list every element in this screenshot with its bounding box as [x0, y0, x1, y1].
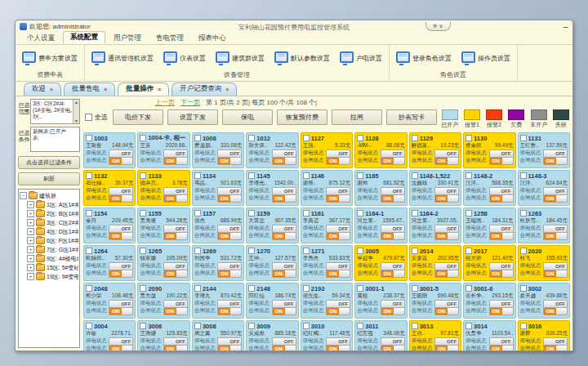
select-all-checkbox[interactable]: [85, 114, 92, 121]
meter-card[interactable]: 1164-1河立量..1595.47..保电状态OFF合闸状态ON: [354, 208, 407, 243]
action-button-保电[interactable]: 保电: [222, 109, 273, 125]
card-checkbox[interactable]: [86, 248, 92, 254]
meter-card[interactable]: 3016谢辉339.25元保电状态OFF合闸状态ON: [518, 320, 570, 350]
close-icon[interactable]: ×: [225, 87, 229, 92]
next-page-link[interactable]: 下一页: [180, 98, 200, 107]
switch-toggle[interactable]: ON: [326, 157, 350, 165]
meter-card[interactable]: 1265钱家娜195.09元保电状态OFF合闸状态ON: [137, 245, 189, 281]
card-checkbox[interactable]: [303, 172, 310, 179]
meter-card[interactable]: 1148-1,522沈巍钱330.41元保电状态OFF合闸状态ON: [409, 170, 461, 206]
refresh-button[interactable]: 刷新: [18, 172, 80, 185]
ribbon-button[interactable]: 建筑群设置: [216, 51, 265, 65]
scroll-down-icon[interactable]: ▼: [74, 118, 78, 123]
card-checkbox[interactable]: [357, 210, 363, 216]
switch-toggle[interactable]: ON: [489, 232, 514, 240]
meter-card[interactable]: 3001-1黄植238.37元保电状态OFF合闸状态ON: [354, 283, 407, 319]
expand-icon[interactable]: +: [27, 201, 34, 208]
meter-card[interactable]: 3001-5王晓阳690.48元保电状态OFF合闸状态ON: [409, 283, 461, 319]
expand-icon[interactable]: +: [27, 237, 34, 244]
meter-card[interactable]: 2148田红仙186.74元保电状态OFF合闸状态ON: [246, 283, 298, 319]
card-checkbox[interactable]: [520, 248, 527, 254]
card-checkbox[interactable]: [86, 323, 92, 329]
switch-toggle[interactable]: ON: [434, 194, 459, 203]
switch-toggle[interactable]: ON: [434, 307, 459, 315]
card-checkbox[interactable]: [466, 135, 472, 141]
selected-condition-listbox[interactable]: 新网表:已开户表.: [30, 127, 80, 152]
switch-toggle[interactable]: ON: [163, 194, 188, 203]
meter-card[interactable]: 3001-6谷长争..293.15元保电状态OFF合闸状态ON: [463, 283, 515, 319]
card-checkbox[interactable]: [303, 323, 310, 329]
ribbon-button[interactable]: 仪表设置: [163, 51, 206, 65]
meter-card[interactable]: 1263桂肤雪..184.45元保电状态OFF合闸状态ON: [518, 208, 570, 243]
card-checkbox[interactable]: [520, 135, 527, 141]
card-checkbox[interactable]: [466, 248, 472, 254]
meter-card[interactable]: 1132石仕娟..36.37元保电状态OFF合闸状态ON: [83, 170, 136, 206]
switch-toggle[interactable]: ON: [217, 270, 242, 278]
collapse-ribbon-button[interactable]: ※ ∨: [425, 22, 451, 31]
tree-item[interactable]: +19区: 9#变电站 (: [20, 272, 78, 281]
switch-toggle[interactable]: ON: [272, 307, 296, 315]
ribbon-tab-售电管理[interactable]: 售电管理: [149, 33, 190, 44]
scrollbar[interactable]: ▲▼: [73, 100, 79, 123]
card-checkbox[interactable]: [86, 285, 92, 292]
action-button-恢复预付费[interactable]: 恢复预付费: [277, 109, 327, 125]
action-button-设置下发[interactable]: 设置下发: [167, 109, 218, 125]
tree-item[interactable]: +3区: C区2#井 (1: [20, 218, 78, 227]
card-checkbox[interactable]: [194, 172, 201, 179]
card-checkbox[interactable]: [194, 323, 201, 329]
switch-toggle[interactable]: ON: [272, 232, 296, 240]
switch-toggle[interactable]: ON: [326, 232, 350, 240]
meter-card[interactable]: 1264欧娟韩..57.30元保电状态OFF合闸状态ON: [83, 245, 136, 281]
switch-toggle[interactable]: ON: [217, 194, 242, 203]
expand-icon[interactable]: +: [27, 273, 34, 280]
switch-toggle[interactable]: ON: [434, 157, 459, 165]
switch-toggle[interactable]: ON: [434, 232, 459, 240]
meter-card[interactable]: 2020桂飞155.93元保电状态OFF合闸状态ON: [518, 245, 570, 281]
switch-toggle[interactable]: ON: [489, 194, 514, 203]
card-checkbox[interactable]: [303, 285, 310, 292]
switch-toggle[interactable]: ON: [109, 232, 133, 240]
card-checkbox[interactable]: [520, 323, 527, 329]
switch-toggle[interactable]: ON: [163, 270, 188, 278]
switch-toggle[interactable]: ON: [489, 157, 514, 165]
ribbon-button[interactable]: 通讯管理机设置: [91, 51, 154, 65]
switch-toggle[interactable]: ON: [272, 157, 296, 165]
meter-card[interactable]: 1145李瑾光..1542.00..保电状态OFF合闸状态ON: [246, 170, 298, 206]
meter-card[interactable]: 3008周之翼550.97元保电状态OFF合闸状态ON: [192, 320, 244, 350]
card-checkbox[interactable]: [140, 172, 146, 179]
tree-root[interactable]: −建筑群: [20, 191, 78, 200]
meter-card[interactable]: 1146谢维..875.12元保电状态OFF合闸状态ON: [301, 170, 353, 206]
switch-toggle[interactable]: ON: [272, 345, 296, 351]
card-checkbox[interactable]: [194, 135, 201, 141]
switch-toggle[interactable]: ON: [434, 345, 459, 351]
card-checkbox[interactable]: [520, 210, 527, 216]
switch-toggle[interactable]: ON: [163, 345, 188, 351]
meter-card[interactable]: 1270王坤..127.57元保电状态OFF合闸状态ON: [246, 245, 298, 281]
card-checkbox[interactable]: [194, 210, 201, 216]
tree-item[interactable]: +7区: G区1#井: [20, 245, 78, 254]
card-checkbox[interactable]: [248, 135, 255, 141]
collapse-expander-icon[interactable]: −: [20, 192, 27, 199]
switch-toggle[interactable]: ON: [217, 345, 242, 351]
ribbon-button[interactable]: 户电设置: [340, 51, 382, 65]
meter-card[interactable]: 2193张先生..59.34元保电状态OFF合闸状态ON: [301, 283, 353, 319]
minimize-button[interactable]: ─: [564, 24, 568, 30]
switch-toggle[interactable]: ON: [272, 270, 296, 278]
meter-card[interactable]: 2017祖大侨121.40元保电状态OFF合闸状态ON: [463, 245, 515, 281]
tree-item[interactable]: +4区: D区1#井 (D: [20, 227, 78, 236]
card-checkbox[interactable]: [466, 210, 472, 216]
switch-toggle[interactable]: ON: [109, 194, 133, 203]
switch-toggle[interactable]: ON: [543, 232, 568, 240]
switch-toggle[interactable]: ON: [381, 232, 405, 240]
card-checkbox[interactable]: [248, 172, 255, 179]
card-checkbox[interactable]: [466, 323, 472, 329]
tree-item[interactable]: +2区: B区1#井(B区: [20, 209, 78, 218]
switch-toggle[interactable]: ON: [217, 307, 242, 315]
switch-toggle[interactable]: ON: [489, 270, 514, 278]
card-checkbox[interactable]: [357, 172, 363, 179]
card-checkbox[interactable]: [303, 135, 310, 141]
ribbon-button[interactable]: 费率方案设置: [22, 51, 78, 65]
switch-toggle[interactable]: ON: [434, 270, 459, 278]
card-checkbox[interactable]: [466, 285, 472, 292]
tree-item[interactable]: +9区: 4#楼电井 (4: [20, 254, 78, 263]
